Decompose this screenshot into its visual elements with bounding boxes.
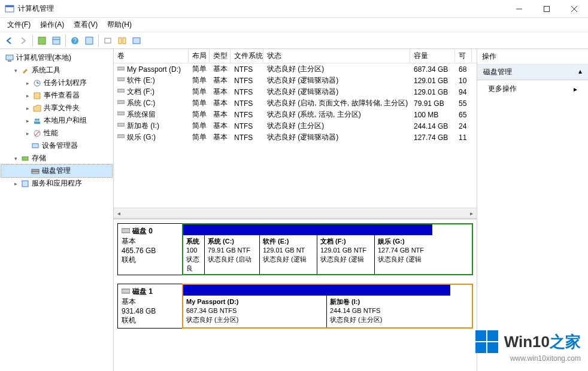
menu-action[interactable]: 操作(A) [35,19,69,31]
svg-rect-11 [86,37,93,44]
maximize-button[interactable] [533,0,560,18]
disk-icon [31,166,40,176]
partition[interactable]: 新加卷 (I:)244.14 GB NTFS状态良好 (主分区) [327,285,450,327]
tree-performance[interactable]: ▸ 性能 [1,127,112,139]
partition[interactable]: 娱乐 (G:)127.74 GB NTF状态良好 (逻辑 [375,224,432,274]
tree-root[interactable]: 计算机管理(本地) [1,51,112,64]
tree-root-label: 计算机管理(本地) [16,53,71,63]
col-capacity[interactable]: 容量 [410,49,455,63]
svg-point-22 [35,118,37,121]
tree-label: 磁盘管理 [42,166,71,176]
expand-icon[interactable]: ▸ [25,118,31,123]
tree-label: 设备管理器 [42,141,78,151]
volume-row[interactable]: 系统 (C:)简单基本NTFS状态良好 (启动, 页面文件, 故障转储, 主分区… [114,98,477,109]
close-button[interactable] [560,0,588,18]
tree-label: 共享文件夹 [44,103,80,113]
toolbar-icon-2[interactable] [50,34,63,47]
partition[interactable]: 系统 (C:)79.91 GB NTF状态良好 (启动 [205,224,260,274]
volume-row[interactable]: 系统保留简单基本NTFS状态良好 (系统, 活动, 主分区)100 MB65 [114,109,477,120]
tree-event-viewer[interactable]: ▸ 事件查看器 [1,89,112,102]
partition[interactable]: My Passport (D:)687.34 GB NTFS状态良好 (主分区) [183,285,327,327]
minimize-button[interactable] [505,0,533,18]
collapse-icon[interactable]: ▴ [578,67,582,77]
svg-rect-3 [544,6,550,11]
tree-system-tools[interactable]: ▾ 系统工具 [1,64,112,77]
event-icon [32,91,42,101]
collapse-icon[interactable]: ▾ [13,68,19,73]
svg-rect-31 [22,181,28,187]
help-icon[interactable]: ? [68,34,81,47]
actions-disk-mgmt[interactable]: 磁盘管理 ▴ [477,65,588,80]
services-icon [20,179,30,188]
col-type[interactable]: 类型 [210,49,231,63]
volume-row[interactable]: 文档 (F:)简单基本NTFS状态良好 (逻辑驱动器)129.01 GB94 [114,86,477,98]
expand-icon[interactable]: ▸ [25,80,31,86]
tree-label: 性能 [44,128,58,138]
volume-list-body[interactable]: My Passport (D:)简单基本NTFS状态良好 (主分区)687.34… [114,63,477,208]
toolbar-icon-1[interactable] [35,34,49,47]
device-icon [31,141,40,151]
menu-file[interactable]: 文件(F) [2,19,35,31]
folder-icon [32,104,42,113]
toolbar-icon-6[interactable] [116,34,129,47]
volume-row[interactable]: 娱乐 (G:)简单基本NTFS状态良好 (逻辑驱动器)127.74 GB11 [114,132,477,143]
volume-row[interactable]: 新加卷 (I:)简单基本NTFS状态良好 (主分区)244.14 GB24 [114,120,477,132]
drive-icon [117,77,126,84]
toolbar-icon-5[interactable] [101,34,114,47]
volume-list-header[interactable]: 卷 布局 类型 文件系统 状态 容量 可 [114,49,477,63]
partition[interactable]: 系统100状态良 [183,224,205,274]
toolbar-icon-7[interactable] [130,34,143,47]
collapse-icon[interactable]: ▾ [13,156,19,161]
main-area: 计算机管理(本地) ▾ 系统工具 ▸ 任务计划程序 ▸ 事件查看器 ▸ 共享文件… [0,49,588,371]
scroll-right-icon[interactable]: ▸ [466,208,477,218]
tree-disk-management[interactable]: 磁盘管理 [1,165,112,177]
svg-rect-35 [117,101,125,104]
menu-view[interactable]: 查看(V) [69,19,102,31]
disk-label[interactable]: 磁盘 0基本465.76 GB联机 [117,223,182,275]
back-button[interactable] [2,34,16,47]
tree-scheduler[interactable]: ▸ 任务计划程序 [1,77,112,89]
col-filesystem[interactable]: 文件系统 [231,49,263,63]
expand-icon[interactable]: ▸ [25,93,31,98]
svg-line-26 [35,131,40,136]
partition[interactable]: 软件 (E:)129.01 GB NT状态良好 (逻辑 [260,224,317,274]
volume-row[interactable]: 软件 (E:)简单基本NTFS状态良好 (逻辑驱动器)129.01 GB10 [114,75,477,86]
expand-icon[interactable]: ▸ [13,181,19,186]
disk-label[interactable]: 磁盘 1基本931.48 GB联机 [117,284,182,329]
svg-rect-28 [22,157,28,160]
tree-shared-folders[interactable]: ▸ 共享文件夹 [1,102,112,114]
svg-rect-40 [122,289,130,293]
col-volume[interactable]: 卷 [114,49,189,63]
disk-row[interactable]: 磁盘 1基本931.48 GB联机My Passport (D:)687.34 … [117,284,473,329]
col-status[interactable]: 状态 [263,49,410,63]
expand-icon[interactable]: ▸ [25,130,31,136]
scroll-left-icon[interactable]: ◂ [114,208,124,218]
partition[interactable]: 文档 (F:)129.01 GB NTF状态良好 (逻辑 [317,224,375,274]
clock-icon [32,78,42,88]
toolbar-icon-4[interactable] [83,34,96,47]
users-icon [32,116,42,126]
actions-more[interactable]: 更多操作 ▸ [477,80,588,98]
svg-rect-12 [105,38,111,43]
drive-icon [117,133,126,141]
expand-icon[interactable]: ▸ [25,105,31,111]
col-layout[interactable]: 布局 [189,49,210,63]
svg-rect-38 [117,135,125,138]
volume-row[interactable]: My Passport (D:)简单基本NTFS状态良好 (主分区)687.34… [114,63,477,75]
forward-button[interactable] [17,34,30,47]
tree-device-manager[interactable]: 设备管理器 [1,139,112,152]
tree-storage[interactable]: ▾ 存储 [1,152,112,165]
disk-row[interactable]: 磁盘 0基本465.76 GB联机系统100状态良系统 (C:)79.91 GB… [117,223,473,275]
col-free[interactable]: 可 [455,49,472,63]
tree-local-users[interactable]: ▸ 本地用户和组 [1,114,112,127]
navigation-tree[interactable]: 计算机管理(本地) ▾ 系统工具 ▸ 任务计划程序 ▸ 事件查看器 ▸ 共享文件… [0,49,114,371]
menu-help[interactable]: 帮助(H) [102,19,137,31]
disk-map-panel[interactable]: 磁盘 0基本465.76 GB联机系统100状态良系统 (C:)79.91 GB… [114,220,477,371]
svg-rect-39 [122,229,130,233]
svg-rect-36 [117,112,125,115]
disk-partitions: 系统100状态良系统 (C:)79.91 GB NTF状态良好 (启动软件 (E… [182,223,473,275]
drive-icon [117,88,126,95]
storage-icon [20,154,30,163]
tree-services[interactable]: ▸ 服务和应用程序 [1,177,112,190]
horizontal-scrollbar[interactable]: ◂ ▸ [114,208,477,218]
